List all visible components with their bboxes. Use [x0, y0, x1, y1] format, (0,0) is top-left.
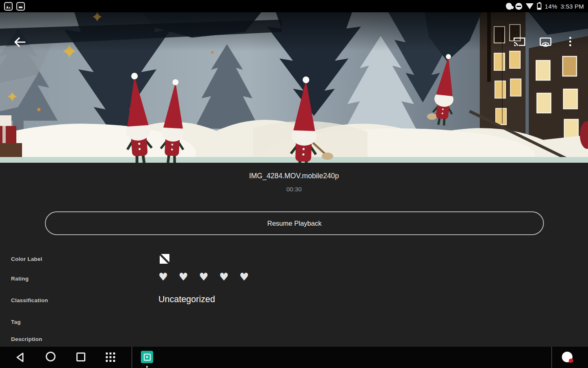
- rating-hearts[interactable]: ♥ ♥ ♥ ♥ ♥: [158, 271, 253, 283]
- video-duration: 00:30: [0, 186, 588, 193]
- battery-percent: 14%: [545, 3, 557, 10]
- app-grid-icon[interactable]: [106, 352, 115, 362]
- rating-field-label: Rating: [11, 276, 29, 282]
- nav-divider-right: [551, 347, 552, 368]
- photo-notification-icon[interactable]: [4, 2, 13, 11]
- recents-nav-icon[interactable]: [76, 352, 85, 361]
- back-arrow-icon[interactable]: [13, 36, 27, 50]
- color-label-field-label: Color Label: [11, 256, 42, 262]
- wifi-icon: [526, 3, 534, 9]
- battery-low-icon: [537, 3, 541, 10]
- clock: 3:53 PM: [561, 3, 584, 10]
- description-field-label: Description: [11, 336, 42, 342]
- cast-icon[interactable]: [513, 37, 526, 49]
- video-topbar-overlay: [0, 12, 588, 51]
- classification-value[interactable]: Uncategorized: [158, 294, 215, 305]
- home-nav-icon[interactable]: [46, 352, 56, 361]
- tag-field-label: Tag: [11, 319, 21, 325]
- android-nav-bar: [0, 347, 588, 368]
- no-color-label-icon[interactable]: [159, 254, 170, 264]
- do-not-disturb-icon: [515, 3, 522, 10]
- classification-field-label: Classification: [11, 297, 48, 303]
- screen-preview-eye-icon[interactable]: [539, 37, 552, 50]
- floating-record-icon[interactable]: [562, 352, 572, 362]
- running-app-indicator: [146, 366, 148, 368]
- gallery-app-icon[interactable]: [141, 351, 153, 363]
- hand-gesture-icon: [506, 2, 513, 10]
- video-title: IMG_4284.MOV.mobile240p: [0, 172, 588, 180]
- status-bar: 14% 3:53 PM: [0, 0, 588, 12]
- nav-divider-left: [131, 347, 132, 368]
- media-info-panel: IMG_4284.MOV.mobile240p 00:30 Resume Pla…: [0, 163, 588, 347]
- resume-playback-button[interactable]: Resume Playback: [45, 211, 544, 235]
- overflow-menu-icon[interactable]: [569, 37, 571, 46]
- back-nav-icon[interactable]: [16, 352, 26, 364]
- media-notification-icon[interactable]: [16, 2, 25, 11]
